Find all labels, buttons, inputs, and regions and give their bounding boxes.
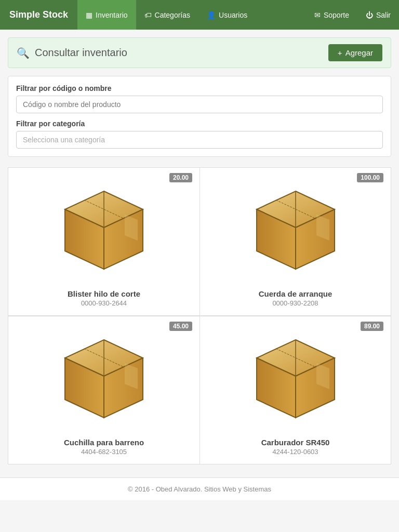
filter-section: Filtrar por código o nombre Filtrar por … [8,76,391,157]
category-select[interactable]: Selecciona una categoría [16,131,383,149]
filter-category-label: Filtrar por categoría [16,119,383,128]
nav-item-inventario[interactable]: ▦ Inventario [77,0,136,30]
header-panel: 🔍 Consultar inventario + Agregar [8,37,391,68]
product-image-4 [244,327,348,431]
product-image-2 [244,178,348,282]
filter-code-label: Filtrar por código o nombre [16,84,383,92]
search-input[interactable] [16,96,383,113]
product-card-4[interactable]: 89.00 [200,316,391,464]
category-icon: 🏷 [144,11,152,19]
nav-label-usuarios: Usuarios [219,11,247,19]
product-grid: 20.00 [8,167,391,464]
footer: © 2016 - Obed Alvarado. Sitios Web y Sis… [0,477,399,500]
product-name-2: Cuerda de arranque [259,289,332,298]
logout-icon: ⏻ [366,11,373,19]
support-icon: ✉ [314,11,321,19]
plus-icon: + [338,48,342,57]
add-button[interactable]: + Agregar [328,44,382,61]
stock-badge-3: 45.00 [169,322,192,331]
product-image-area-3: 45.00 [8,316,200,436]
product-name-4: Carburador SR450 [261,438,330,447]
page-title-area: 🔍 Consultar inventario [17,47,127,59]
stock-badge-2: 100.00 [357,173,383,182]
product-card-1[interactable]: 20.00 [8,167,200,316]
navbar: Simple Stock ▦ Inventario 🏷 Categorías 👤… [0,0,399,30]
product-image-area-2: 100.00 [200,168,391,287]
stock-badge-1: 20.00 [169,173,192,182]
product-card-2[interactable]: 100.00 [200,167,391,316]
nav-item-usuarios[interactable]: 👤 Usuarios [198,0,256,30]
product-image-1 [52,178,156,282]
nav-items: ▦ Inventario 🏷 Categorías 👤 Usuarios [77,0,306,30]
nav-item-categorias[interactable]: 🏷 Categorías [136,0,198,30]
page-container: 🔍 Consultar inventario + Agregar Filtrar… [0,30,399,472]
page-title: Consultar inventario [35,47,127,59]
brand-logo: Simple Stock [0,0,77,30]
product-code-3: 4404-682-3105 [81,448,127,456]
product-name-1: Blister hilo de corte [68,289,140,298]
nav-item-salir[interactable]: ⏻ Salir [357,0,399,30]
user-icon: 👤 [207,11,216,19]
product-name-3: Cuchilla para barreno [64,438,144,447]
nav-label-soporte: Soporte [324,11,349,19]
product-code-4: 4244-120-0603 [272,448,318,456]
product-image-area-4: 89.00 [200,316,391,436]
brand-name: Simple Stock [9,9,68,20]
product-image-3 [52,327,156,431]
nav-right: ✉ Soporte ⏻ Salir [306,0,399,30]
nav-label-inventario: Inventario [96,11,127,19]
product-code-2: 0000-930-2208 [272,299,318,307]
nav-label-categorias: Categorías [155,11,190,19]
product-card-3[interactable]: 45.00 [8,316,200,464]
nav-label-salir: Salir [376,11,391,19]
inventory-icon: ▦ [86,11,92,19]
footer-text: © 2016 - Obed Alvarado. Sitios Web y Sis… [128,485,271,493]
add-button-label: Agregar [345,48,373,57]
product-image-area-1: 20.00 [8,168,200,287]
nav-item-soporte[interactable]: ✉ Soporte [306,0,357,30]
product-code-1: 0000-930-2644 [81,299,127,307]
stock-badge-4: 89.00 [361,322,383,331]
search-icon: 🔍 [17,47,30,59]
